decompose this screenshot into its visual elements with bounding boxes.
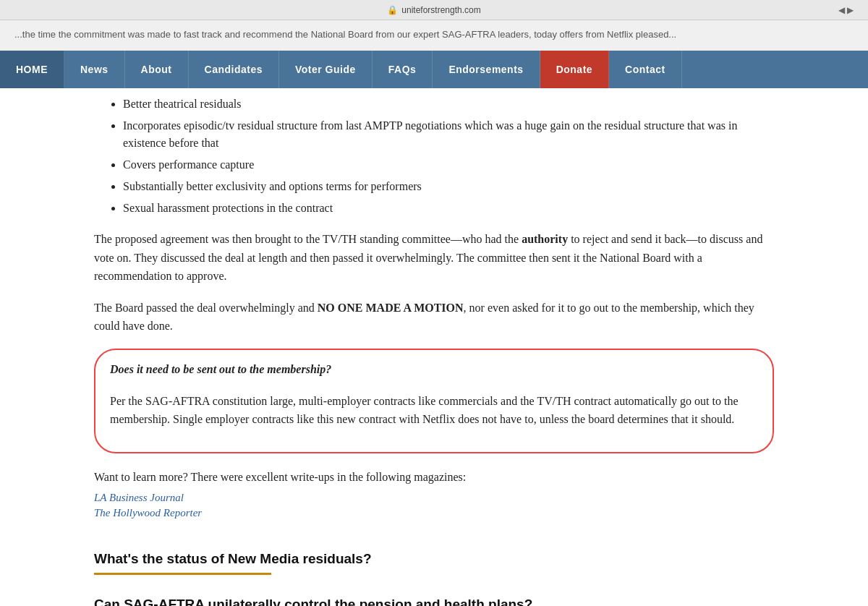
bullet-item-5: Sexual harassment protections in the con…: [123, 200, 774, 217]
browser-bar: 🔒 uniteforstrength.com ◀ ▶: [0, 0, 868, 20]
writeups-section: Want to learn more? There were excellent…: [94, 468, 774, 520]
question-italic: Does it need to be sent out to the membe…: [110, 360, 758, 379]
faq-question-2: Can SAG-AFTRA unilaterally control the p…: [94, 597, 774, 606]
nav-home[interactable]: HOME: [0, 51, 64, 88]
bullet-item-4: Substantially better exclusivity and opt…: [123, 178, 774, 195]
main-nav: HOME News About Candidates Voter Guide F…: [0, 51, 868, 88]
paragraph-2: The Board passed the deal overwhelmingly…: [94, 299, 774, 336]
faq-question-1: What's the status of New Media residuals…: [94, 551, 774, 567]
bullet-item-1: Better theatrical residuals: [123, 95, 774, 113]
nav-faqs[interactable]: FAQs: [373, 51, 433, 88]
authority-bold: authority: [522, 233, 568, 245]
lock-icon: 🔒: [387, 5, 398, 15]
nav-contact[interactable]: Contact: [609, 51, 682, 88]
nav-news[interactable]: News: [64, 51, 125, 88]
writeups-intro: Want to learn more? There were excellent…: [94, 468, 774, 487]
main-content: Better theatrical residuals Incorporates…: [0, 88, 868, 606]
bullet-list: Better theatrical residuals Incorporates…: [123, 95, 774, 217]
domain-label: uniteforstrength.com: [401, 5, 480, 15]
no-motion-bold: NO ONE MADE A MOTION: [318, 302, 464, 314]
faq-item-2[interactable]: Can SAG-AFTRA unilaterally control the p…: [94, 582, 774, 606]
nav-donate[interactable]: Donate: [540, 51, 609, 88]
nav-voter-guide[interactable]: Voter Guide: [279, 51, 373, 88]
behind-nav-text: ...the time the commitment was made to f…: [0, 20, 868, 51]
nav-about[interactable]: About: [125, 51, 189, 88]
hollywood-reporter-link[interactable]: The Hollywood Reporter: [94, 507, 774, 519]
circled-paragraph: Per the SAG-AFTRA constitution large, mu…: [110, 392, 758, 429]
bullet-item-2: Incorporates episodic/tv residual struct…: [123, 117, 774, 152]
nav-candidates[interactable]: Candidates: [189, 51, 279, 88]
faq-underline-1: [94, 573, 271, 575]
la-business-journal-link[interactable]: LA Business Journal: [94, 492, 774, 504]
faq-section: What's the status of New Media residuals…: [94, 537, 774, 606]
paragraph-1: The proposed agreement was then brought …: [94, 230, 774, 286]
back-forward-buttons[interactable]: ◀ ▶: [838, 5, 854, 15]
circled-block: Does it need to be sent out to the membe…: [94, 349, 774, 453]
nav-endorsements[interactable]: Endorsements: [433, 51, 540, 88]
bullet-item-3: Covers performance capture: [123, 156, 774, 174]
faq-item-1[interactable]: What's the status of New Media residuals…: [94, 537, 774, 582]
